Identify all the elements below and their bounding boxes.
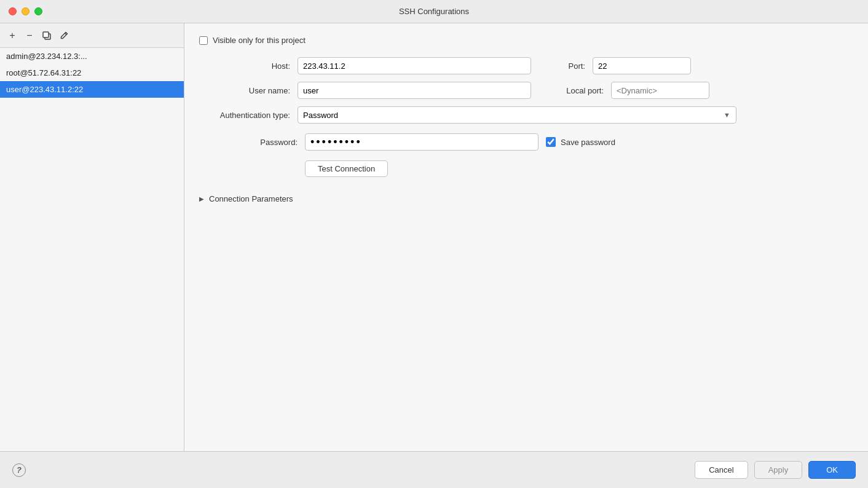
dialog-body: + − admin@23.234.12.3:... root@51.72.64.… [0,23,868,451]
right-panel: Visible only for this project Host: Port… [184,23,868,451]
close-button[interactable] [9,7,17,15]
save-password-checkbox[interactable] [546,137,556,147]
password-input[interactable] [305,133,539,151]
password-label: Password: [199,138,298,147]
minimize-button[interactable] [22,7,30,15]
username-label: User name: [199,86,298,95]
test-connection-row: Test Connection [199,160,853,177]
triangle-icon: ▶ [199,195,204,202]
save-password-group: Save password [546,137,615,147]
sidebar-item-user[interactable]: user@223.43.11.2:22 [0,81,184,98]
connection-params-section[interactable]: ▶ Connection Parameters [199,189,853,208]
username-input[interactable] [298,82,531,99]
window-title: SSH Configurations [399,7,469,16]
svg-rect-1 [43,32,49,37]
cancel-button[interactable]: Cancel [695,461,748,479]
visible-only-row: Visible only for this project [199,36,853,45]
apply-button[interactable]: Apply [754,461,803,479]
copy-button[interactable] [39,28,54,43]
connection-params-label: Connection Parameters [209,194,293,203]
port-input[interactable] [593,57,691,74]
username-row: User name: Local port: [199,82,853,99]
localport-input[interactable] [611,82,709,99]
bottom-bar: ? Cancel Apply OK [0,451,868,488]
host-port-row: Host: Port: [199,57,853,74]
ok-button[interactable]: OK [808,461,856,479]
save-password-label: Save password [561,138,615,147]
sidebar-toolbar: + − [0,23,184,48]
auth-type-select[interactable]: Password Key pair OpenSSH config and aut… [298,106,736,124]
test-connection-button[interactable]: Test Connection [305,160,388,177]
sidebar-list: admin@23.234.12.3:... root@51.72.64.31:2… [0,48,184,451]
visible-only-label: Visible only for this project [213,36,306,45]
auth-type-label: Authentication type: [199,111,298,120]
bottom-actions: Cancel Apply OK [695,461,856,479]
edit-button[interactable] [57,28,71,43]
localport-label: Local port: [543,86,611,95]
remove-button[interactable]: − [22,28,37,43]
sidebar-item-root[interactable]: root@51.72.64.31:22 [0,65,184,81]
traffic-lights [9,7,42,15]
sidebar-item-admin[interactable]: admin@23.234.12.3:... [0,48,184,65]
auth-type-select-wrapper: Password Key pair OpenSSH config and aut… [298,106,736,124]
help-button[interactable]: ? [12,463,26,477]
host-label: Host: [199,61,298,71]
port-label: Port: [543,61,593,71]
title-bar: SSH Configurations [0,0,868,23]
password-row: Password: Save password [199,133,853,151]
maximize-button[interactable] [34,7,42,15]
host-input[interactable] [298,57,531,74]
add-button[interactable]: + [5,28,20,43]
visible-only-checkbox[interactable] [199,36,208,45]
sidebar: + − admin@23.234.12.3:... root@51.72.64.… [0,23,184,451]
auth-type-row: Authentication type: Password Key pair O… [199,106,853,124]
